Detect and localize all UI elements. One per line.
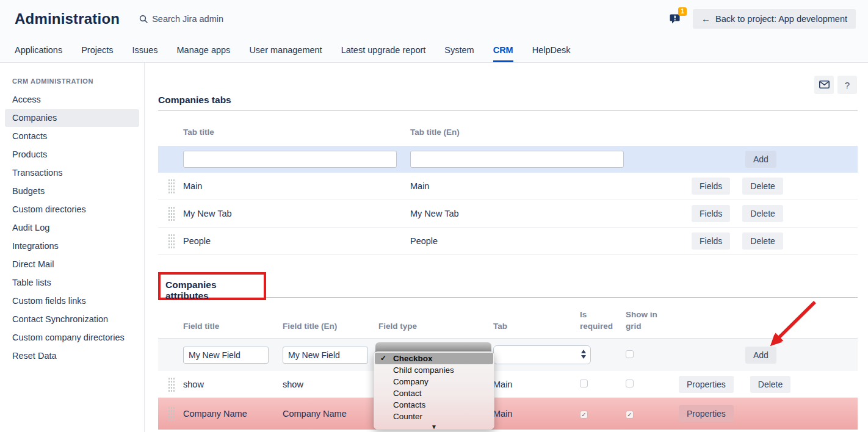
add-attribute-button[interactable]: Add [745,347,776,364]
notifications-icon[interactable]: 1 [668,11,684,27]
sidebar-item-custom-fields-links[interactable]: Custom fields links [5,292,139,310]
tab-projects[interactable]: Projects [81,37,113,62]
fields-button[interactable]: Fields [692,232,730,250]
tab-row-my-new-tab: My New Tab My New Tab Fields Delete [158,200,858,228]
properties-button[interactable]: Properties [679,376,734,393]
drag-handle-icon[interactable] [167,233,175,249]
sidebar-item-contacts[interactable]: Contacts [5,128,139,145]
sidebar-item-direct-mail[interactable]: Direct Mail [5,256,139,273]
field-title-en-cell: Company Name [283,409,378,419]
companies-tabs-header-row: Tab title Tab title (En) [158,111,858,146]
dropdown-option-contacts[interactable]: Contacts [374,399,494,411]
sidebar-item-reset-data[interactable]: Reset Data [5,347,139,365]
drag-handle-icon[interactable] [167,376,175,392]
properties-button[interactable]: Properties [679,405,734,422]
tab-crm[interactable]: CRM [493,37,513,62]
tab-title-cell: My New Tab [183,209,410,218]
help-button[interactable]: ? [837,76,857,94]
new-tab-title-en-input[interactable] [410,151,624,168]
col-field-title-en: Field title (En) [283,320,378,332]
sidebar-item-products[interactable]: Products [5,146,139,164]
fields-button[interactable]: Fields [692,178,730,195]
tab-title-cell: Main [183,181,410,191]
sidebar-item-access[interactable]: Access [5,91,139,109]
top-header: Administration 1 ← Back to project: App … [0,0,868,37]
mail-button[interactable] [814,76,834,94]
tab-row-main: Main Main Fields Delete [158,173,858,200]
dropdown-option-child-companies[interactable]: Child companies [374,364,494,376]
add-tab-button[interactable]: Add [745,151,776,168]
search-input[interactable] [152,14,286,24]
show-in-grid-checkbox[interactable] [626,350,634,358]
page-title: Administration [15,10,120,27]
tab-latest-upgrade-report[interactable]: Latest upgrade report [341,37,426,62]
col-tab-title-en: Tab title (En) [410,126,692,138]
delete-tab-button[interactable]: Delete [742,205,783,222]
tab-cell: Main [493,409,580,419]
dropdown-option-company[interactable]: Company [374,376,494,387]
delete-tab-button[interactable]: Delete [742,232,783,250]
dropdown-scroll-more-icon[interactable]: ▼ [374,423,494,431]
admin-search[interactable] [139,14,286,24]
back-arrow-icon: ← [701,14,711,23]
tab-manage-apps[interactable]: Manage apps [177,37,231,62]
tab-title-en-cell: Main [410,181,692,191]
companies-attributes-heading: Companies attributes [165,279,255,293]
attribute-row-company-name: Company Name Company Name Main ✓ ✓ Prope… [158,398,858,430]
tab-title-cell: People [183,236,410,246]
sidebar-item-custom-directories[interactable]: Custom directories [5,201,139,218]
tab-applications[interactable]: Applications [15,37,62,62]
fields-button[interactable]: Fields [692,205,730,222]
field-title-en-cell: show [283,380,378,389]
notification-badge: 1 [678,7,687,16]
dropdown-option-counter[interactable]: Counter [374,411,494,422]
new-attribute-row: Add [158,338,858,371]
dropdown-option-contact[interactable]: Contact [374,387,494,399]
sidebar-item-budgets[interactable]: Budgets [5,182,139,200]
companies-attributes-header-row: Field title Field title (En) Field type … [158,298,858,338]
new-field-title-input[interactable] [183,347,269,364]
companies-tabs-heading: Companies tabs [158,95,858,108]
new-field-title-en-input[interactable] [283,347,368,364]
field-type-dropdown-menu: ✓ Checkbox Child companies Company Conta… [374,351,494,430]
sidebar-item-companies[interactable]: Companies [5,109,139,127]
show-in-grid-checkbox[interactable]: ✓ [626,411,634,419]
new-tab-title-input[interactable] [183,151,397,168]
search-icon [139,15,148,23]
tab-select[interactable] [493,345,591,364]
checkmark-icon: ✓ [380,353,386,364]
tab-helpdesk[interactable]: HelpDesk [532,37,571,62]
sidebar-item-transactions[interactable]: Transactions [5,164,139,182]
delete-attribute-button[interactable]: Delete [750,376,790,393]
col-tab: Tab [493,320,580,332]
is-required-checkbox[interactable] [580,380,588,387]
col-field-title: Field title [183,320,283,332]
select-spinner-icon [581,350,586,359]
col-tab-title: Tab title [183,126,410,138]
tab-issues[interactable]: Issues [132,37,158,62]
sidebar-item-audit-log[interactable]: Audit Log [5,219,139,237]
show-in-grid-checkbox[interactable] [626,380,634,387]
main-content: ? Companies tabs Tab title Tab title (En… [145,63,868,432]
drag-handle-icon[interactable] [167,206,175,221]
sidebar-item-contact-synchronization[interactable]: Contact Synchronization [5,311,139,328]
attribute-row-show: show show Main Properties Delete [158,371,858,398]
is-required-checkbox[interactable]: ✓ [580,411,588,419]
col-field-type: Field type [378,320,493,332]
delete-tab-button[interactable]: Delete [742,178,783,195]
col-show-in-grid: Show in grid [626,309,679,332]
col-is-required: Is required [580,309,626,332]
drag-handle-icon[interactable] [167,178,175,194]
sidebar-item-custom-company-directories[interactable]: Custom company directories [5,329,139,347]
tab-system[interactable]: System [444,37,474,62]
sidebar-item-integrations[interactable]: Integrations [5,237,139,255]
dropdown-option-checkbox[interactable]: ✓ Checkbox [375,353,493,364]
tab-title-en-cell: My New Tab [410,209,692,218]
field-title-cell: Company Name [183,409,283,419]
tab-row-people: People People Fields Delete [158,228,858,255]
admin-nav-tabs: Applications Projects Issues Manage apps… [0,37,868,63]
drag-handle-icon[interactable] [167,406,175,422]
sidebar-item-table-lists[interactable]: Table lists [5,274,139,292]
back-to-project-button[interactable]: ← Back to project: App development [693,9,856,29]
tab-user-management[interactable]: User management [249,37,322,62]
